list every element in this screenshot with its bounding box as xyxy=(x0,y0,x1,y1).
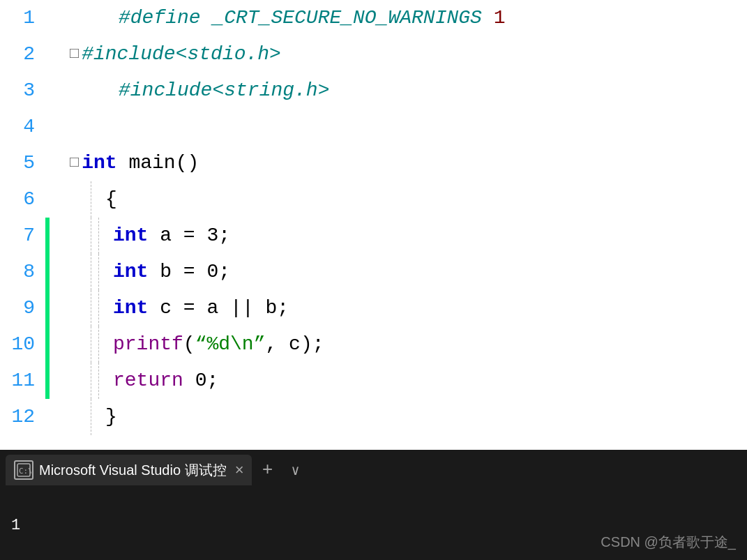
line-num-12: 12 xyxy=(11,399,35,435)
token-var-c: c xyxy=(160,290,172,326)
terminal-icon: C:\ xyxy=(16,462,31,478)
token-paren-open: ( xyxy=(183,326,195,363)
token-semi-11: ; xyxy=(206,363,218,399)
code-line-5: □ int main() xyxy=(49,145,747,181)
token-zero: 0 xyxy=(195,363,207,399)
code-line-2: □ #include<stdio.h> xyxy=(49,36,747,73)
token-header-2: <stdio.h> xyxy=(176,36,281,73)
token-or: || xyxy=(230,290,254,326)
line-num-1: 1 xyxy=(23,0,35,36)
taskbar-tabs: C:\ Microsoft Visual Studio 调试控 × + ∨ xyxy=(0,450,747,490)
editor-area: 1 2 3 4 5 6 7 8 9 10 11 12 #define _CRT_… xyxy=(0,0,747,450)
token-semi-7: ; xyxy=(218,218,230,254)
token-comma: , xyxy=(265,326,277,363)
svg-text:C:\: C:\ xyxy=(19,467,31,476)
token-include-3: #include xyxy=(119,73,212,109)
token-eq-7: = xyxy=(183,218,195,254)
token-num-0: 0 xyxy=(206,254,218,290)
token-printf: printf xyxy=(113,326,183,363)
taskbar-line-number: 1 xyxy=(11,517,20,534)
line-num-7: 7 xyxy=(23,218,35,254)
token-var-a: a xyxy=(160,218,172,254)
token-define-name: _CRT_SECURE_NO_WARNINGS xyxy=(212,0,481,36)
token-include-2: #include xyxy=(82,36,175,73)
line-num-9: 9 xyxy=(23,290,35,326)
line-num-3: 3 xyxy=(23,73,35,109)
code-line-11: return 0; xyxy=(49,363,747,399)
code-line-4 xyxy=(49,109,747,145)
token-eq-9: = xyxy=(183,290,195,326)
token-int-7: int xyxy=(113,218,148,254)
collapse-icon-2[interactable]: □ xyxy=(70,36,79,73)
code-line-8: int b = 0; xyxy=(49,254,747,290)
line-num-6: 6 xyxy=(23,181,35,218)
line-num-4: 4 xyxy=(23,109,35,145)
token-var-c2: c xyxy=(289,326,301,363)
line-num-11: 11 xyxy=(11,363,35,399)
line-numbers: 1 2 3 4 5 6 7 8 9 10 11 12 xyxy=(0,0,42,450)
token-int-8: int xyxy=(113,254,148,290)
token-num-3: 3 xyxy=(206,218,218,254)
new-tab-button[interactable]: + xyxy=(255,457,280,483)
line-num-8: 8 xyxy=(23,254,35,290)
code-line-7: int a = 3; xyxy=(49,218,747,254)
token-var-b: b xyxy=(160,254,172,290)
token-semi-8: ; xyxy=(218,254,230,290)
line-num-2: 2 xyxy=(23,36,35,73)
code-line-3: #include<string.h> xyxy=(49,73,747,109)
line-num-5: 5 xyxy=(23,145,35,181)
code-container: 1 2 3 4 5 6 7 8 9 10 11 12 #define _CRT_… xyxy=(0,0,747,450)
token-brace-open: { xyxy=(105,181,117,218)
token-string: “%d\n” xyxy=(195,326,266,363)
token-define-val: 1 xyxy=(482,0,506,36)
token-define: #define xyxy=(119,0,212,36)
token-var-b2: b xyxy=(266,290,278,326)
token-brace-close: } xyxy=(105,399,117,435)
token-return: return xyxy=(113,363,183,399)
token-main: main() xyxy=(128,145,199,181)
token-header-3: <string.h> xyxy=(212,73,329,109)
code-body[interactable]: #define _CRT_SECURE_NO_WARNINGS 1 □ #inc… xyxy=(42,0,747,450)
tab-label: Microsoft Visual Studio 调试控 xyxy=(39,461,227,480)
tab-dropdown-button[interactable]: ∨ xyxy=(282,457,308,483)
token-int-5: int xyxy=(82,145,116,181)
code-line-10: printf(“%d\n”, c); xyxy=(49,326,747,363)
tab-close-button[interactable]: × xyxy=(235,461,244,479)
collapse-icon-5[interactable]: □ xyxy=(70,145,79,181)
line-num-10: 10 xyxy=(11,326,35,363)
code-line-12: } xyxy=(49,399,747,435)
token-int-9: int xyxy=(113,290,148,326)
taskbar-tab-vs[interactable]: C:\ Microsoft Visual Studio 调试控 × xyxy=(6,455,252,485)
token-var-a2: a xyxy=(206,290,218,326)
code-line-9: int c = a || b; xyxy=(49,290,747,326)
code-line-6: { xyxy=(49,181,747,218)
taskbar: C:\ Microsoft Visual Studio 调试控 × + ∨ 1 … xyxy=(0,450,747,560)
token-eq-8: = xyxy=(183,254,195,290)
token-semi-9: ; xyxy=(277,290,289,326)
watermark: CSDN @负者歌于途_ xyxy=(601,533,736,552)
vs-icon: C:\ xyxy=(14,460,33,480)
token-paren-close: ); xyxy=(301,326,324,363)
code-line-1: #define _CRT_SECURE_NO_WARNINGS 1 xyxy=(49,0,747,36)
